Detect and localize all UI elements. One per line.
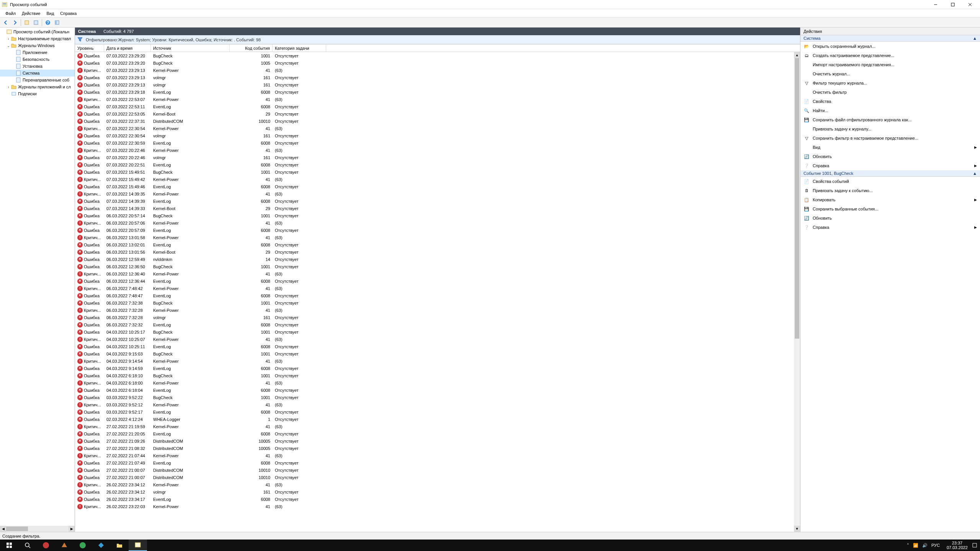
col-task[interactable]: Категория задачи <box>273 44 326 52</box>
menu-action[interactable]: Действие <box>19 10 43 16</box>
table-row[interactable]: !Критич...27.02.2022 21:19:59Kernel-Powe… <box>75 423 794 430</box>
scrollbar-thumb[interactable] <box>795 58 799 339</box>
table-row[interactable]: ✕Ошибка07.03.2022 15:49:46EventLog6008От… <box>75 183 794 190</box>
table-row[interactable]: ✕Ошибка26.02.2022 23:34:17EventLog6008От… <box>75 496 794 503</box>
table-row[interactable]: !Критич...04.03.2022 10:25:07Kernel-Powe… <box>75 336 794 343</box>
col-source[interactable]: Источник <box>151 44 230 52</box>
action-save-filtered[interactable]: 💾Сохранить файл отфильтрованного журнала… <box>800 115 980 124</box>
table-row[interactable]: ✕Ошибка07.03.2022 20:22:51EventLog6008От… <box>75 161 794 168</box>
tree-setup[interactable]: Установка <box>0 63 75 70</box>
table-row[interactable]: ✕Ошибка07.03.2022 20:22:46volmgr161Отсут… <box>75 154 794 161</box>
table-row[interactable]: ✕Ошибка06.03.2022 7:32:28volmgr161Отсутс… <box>75 314 794 321</box>
nav-forward-button[interactable] <box>11 18 19 27</box>
menu-help[interactable]: Справка <box>57 10 80 16</box>
table-row[interactable]: ✕Ошибка07.03.2022 23:29:13volmgr161Отсут… <box>75 74 794 81</box>
show-tree-button[interactable] <box>23 18 31 27</box>
start-button[interactable] <box>0 540 18 551</box>
table-row[interactable]: ✕Ошибка03.03.2022 9:52:22BugCheck1001Отс… <box>75 394 794 401</box>
action-properties[interactable]: 📄Свойства <box>800 97 980 106</box>
col-datetime[interactable]: Дата и время <box>104 44 151 52</box>
tree-security[interactable]: Безопасность <box>0 56 75 63</box>
action-import-custom-view[interactable]: Импорт настраиваемого представления... <box>800 60 980 69</box>
action-open-saved-log[interactable]: 📂Открыть сохраненный журнал... <box>800 42 980 51</box>
table-row[interactable]: ✕Ошибка04.03.2022 10:25:17BugCheck1001От… <box>75 328 794 336</box>
tree-root[interactable]: Просмотр событий (Локальн <box>0 28 75 35</box>
taskbar-clock[interactable]: 23:37 07.03.2022 <box>944 541 971 550</box>
table-row[interactable]: ✕Ошибка06.03.2022 13:02:01EventLog6008От… <box>75 241 794 248</box>
help-button[interactable]: ? <box>44 18 52 27</box>
nav-back-button[interactable] <box>2 18 10 27</box>
table-row[interactable]: ✕Ошибка04.03.2022 9:15:03BugCheck1001Отс… <box>75 350 794 357</box>
table-row[interactable]: !Критич...03.03.2022 9:52:12Kernel-Power… <box>75 401 794 408</box>
table-row[interactable]: ✕Ошибка06.03.2022 12:36:50BugCheck1001От… <box>75 263 794 270</box>
tray-chevron-icon[interactable]: ˄ <box>907 543 909 548</box>
scroll-right-icon[interactable]: ▶ <box>69 526 75 532</box>
table-row[interactable]: ✕Ошибка07.03.2022 23:29:20BugCheck1005От… <box>75 59 794 67</box>
tree-windows-logs[interactable]: ⌄ Журналы Windows <box>0 42 75 49</box>
scroll-up-icon[interactable]: ▲ <box>794 52 800 58</box>
taskbar-app-2[interactable] <box>55 540 74 551</box>
action-refresh[interactable]: 🔄Обновить <box>800 152 980 161</box>
table-row[interactable]: !Критич...06.03.2022 7:48:42Kernel-Power… <box>75 285 794 292</box>
table-row[interactable]: ✕Ошибка27.02.2022 21:07:49EventLog6008От… <box>75 459 794 466</box>
table-row[interactable]: !Критич...27.02.2022 21:07:44Kernel-Powe… <box>75 452 794 459</box>
tree-system[interactable]: Система <box>0 70 75 77</box>
table-row[interactable]: ✕Ошибка06.03.2022 20:57:09EventLog6008От… <box>75 227 794 234</box>
table-row[interactable]: ✕Ошибка03.03.2022 9:52:17EventLog6008Отс… <box>75 408 794 416</box>
tree-apps-services[interactable]: › Журналы приложений и сл <box>0 83 75 90</box>
table-row[interactable]: ✕Ошибка06.03.2022 7:48:47EventLog6008Отс… <box>75 292 794 299</box>
menu-file[interactable]: Файл <box>2 10 19 16</box>
action-find[interactable]: 🔍Найти... <box>800 106 980 115</box>
table-row[interactable]: !Критич...26.02.2022 23:22:03Kernel-Powe… <box>75 503 794 510</box>
taskbar-app-3[interactable] <box>74 540 92 551</box>
collapse-icon[interactable]: ⌄ <box>6 44 11 48</box>
table-row[interactable]: !Критич...07.03.2022 20:22:46Kernel-Powe… <box>75 147 794 154</box>
grid-v-scrollbar[interactable]: ▲ ▼ <box>794 52 800 532</box>
tree-custom-views[interactable]: › Настраиваемые представл <box>0 35 75 42</box>
action-clear-filter[interactable]: Очистить фильтр <box>800 88 980 97</box>
close-button[interactable] <box>961 0 978 9</box>
taskbar-app-1[interactable] <box>37 540 55 551</box>
tree-subscriptions[interactable]: Подписки <box>0 90 75 97</box>
menu-view[interactable]: Вид <box>43 10 57 16</box>
table-row[interactable]: ✕Ошибка06.03.2022 12:59:49nvlddmkm14Отсу… <box>75 256 794 263</box>
table-row[interactable]: ✕Ошибка04.03.2022 6:18:10BugCheck1001Отс… <box>75 372 794 379</box>
table-row[interactable]: ✕Ошибка27.02.2022 21:20:05EventLog6008От… <box>75 430 794 437</box>
refresh-button[interactable] <box>53 18 61 27</box>
scroll-down-icon[interactable]: ▼ <box>794 526 800 532</box>
table-row[interactable]: !Критич...07.03.2022 14:39:35Kernel-Powe… <box>75 190 794 197</box>
table-row[interactable]: ✕Ошибка07.03.2022 15:49:51BugCheck1001От… <box>75 168 794 176</box>
table-row[interactable]: !Критич...07.03.2022 22:53:07Kernel-Powe… <box>75 96 794 103</box>
scroll-left-icon[interactable]: ◀ <box>0 526 6 532</box>
table-row[interactable]: !Критич...07.03.2022 23:29:13Kernel-Powe… <box>75 67 794 74</box>
table-row[interactable]: ✕Ошибка07.03.2022 22:53:11EventLog6008От… <box>75 103 794 110</box>
table-row[interactable]: ✕Ошибка04.03.2022 10:25:11EventLog6008От… <box>75 343 794 350</box>
table-row[interactable]: ✕Ошибка04.03.2022 6:18:04EventLog6008Отс… <box>75 386 794 394</box>
table-row[interactable]: ✕Ошибка06.03.2022 13:01:56Kernel-Boot29О… <box>75 248 794 256</box>
table-row[interactable]: ✕Ошибка07.03.2022 14:39:39EventLog6008От… <box>75 197 794 205</box>
col-eventid[interactable]: Код события <box>230 44 273 52</box>
expand-icon[interactable]: › <box>6 85 11 89</box>
maximize-button[interactable] <box>944 0 961 9</box>
table-row[interactable]: ✕Ошибка27.02.2022 21:00:07DistributedCOM… <box>75 466 794 474</box>
action-copy[interactable]: 📋Копировать▶ <box>800 195 980 204</box>
collapse-icon[interactable]: ▲ <box>973 36 977 41</box>
col-level[interactable]: Уровень <box>75 44 104 52</box>
action-help[interactable]: ❔Справка▶ <box>800 161 980 170</box>
minimize-button[interactable] <box>927 0 944 9</box>
expand-icon[interactable]: › <box>6 37 11 41</box>
table-row[interactable]: ✕Ошибка07.03.2022 22:30:54volmgr161Отсут… <box>75 132 794 139</box>
table-row[interactable]: ✕Ошибка04.03.2022 9:14:59EventLog6008Отс… <box>75 365 794 372</box>
tray-network-icon[interactable]: 📶 <box>913 543 918 548</box>
tray-volume-icon[interactable]: 🔊 <box>922 543 928 548</box>
action-attach-task-log[interactable]: Привязать задачу к журналу... <box>800 124 980 134</box>
table-row[interactable]: ✕Ошибка27.02.2022 21:00:07DistributedCOM… <box>75 474 794 481</box>
table-row[interactable]: ✕Ошибка06.03.2022 7:32:32EventLog6008Отс… <box>75 321 794 328</box>
table-row[interactable]: !Критич...07.03.2022 22:30:54Kernel-Powe… <box>75 125 794 132</box>
system-tray[interactable]: ˄ 📶 🔊 РУС <box>903 543 944 548</box>
show-actions-button[interactable] <box>32 18 40 27</box>
table-row[interactable]: ✕Ошибка07.03.2022 22:53:05Kernel-Boot29О… <box>75 110 794 117</box>
collapse-icon[interactable]: ▲ <box>973 171 977 176</box>
table-row[interactable]: ✕Ошибка07.03.2022 23:29:13volmgr161Отсут… <box>75 81 794 88</box>
table-row[interactable]: ✕Ошибка07.03.2022 23:29:18EventLog6008От… <box>75 88 794 96</box>
